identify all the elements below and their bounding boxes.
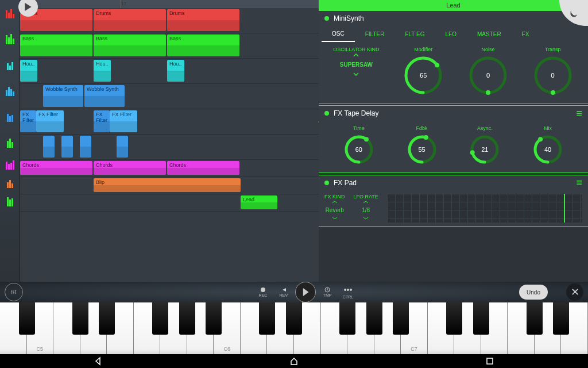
black-key[interactable] bbox=[152, 302, 168, 335]
track-row[interactable]: BassBassBass bbox=[20, 33, 319, 59]
clip[interactable]: Bass bbox=[20, 34, 92, 56]
clip[interactable]: FX Filter bbox=[20, 110, 36, 132]
clip[interactable]: Drums bbox=[167, 9, 239, 31]
tmp-button[interactable]: TMP bbox=[318, 283, 336, 301]
knob-async.[interactable]: 21 bbox=[469, 133, 501, 166]
black-key[interactable] bbox=[339, 302, 355, 335]
track-icon-chords[interactable] bbox=[0, 155, 20, 174]
play-button[interactable] bbox=[295, 282, 316, 302]
tab-master[interactable]: MASTER bbox=[467, 27, 512, 41]
black-key[interactable] bbox=[19, 302, 35, 335]
piano-keyboard[interactable]: C5C6C7 bbox=[0, 302, 588, 354]
knob-modifier[interactable]: 65 bbox=[403, 55, 444, 96]
timeline-ruler[interactable]: 17 bbox=[20, 0, 319, 8]
panel-active-dot-icon[interactable] bbox=[324, 111, 329, 116]
black-key[interactable] bbox=[259, 302, 275, 335]
black-key[interactable] bbox=[473, 302, 489, 335]
track-icon-fxfilter[interactable] bbox=[0, 103, 20, 129]
xy-pad[interactable] bbox=[387, 194, 582, 223]
tab-filter[interactable]: FILTER bbox=[355, 27, 395, 41]
black-key[interactable] bbox=[553, 302, 569, 335]
ctrl-button[interactable]: •••CTRL bbox=[339, 283, 357, 301]
clip[interactable]: Chords bbox=[20, 161, 92, 175]
menu-icon[interactable]: ≡ bbox=[576, 177, 582, 189]
tab-fx[interactable]: FX bbox=[512, 27, 540, 41]
black-key[interactable] bbox=[527, 302, 543, 335]
knob-noise[interactable]: 0 bbox=[467, 55, 509, 96]
knob-time[interactable]: 60 bbox=[343, 133, 375, 166]
track-icon-house[interactable] bbox=[0, 52, 20, 78]
black-key[interactable] bbox=[206, 302, 222, 335]
back-icon[interactable] bbox=[94, 356, 103, 366]
track-row[interactable]: FX FilterFX FilterFX FilterFX Filter bbox=[20, 109, 319, 135]
clip[interactable]: Bass bbox=[167, 34, 239, 56]
clip[interactable]: FX Filter bbox=[36, 110, 64, 132]
chevron-up-icon[interactable] bbox=[353, 53, 359, 57]
home-icon[interactable] bbox=[289, 356, 299, 366]
clip[interactable]: Hou.. bbox=[167, 60, 184, 82]
clip[interactable] bbox=[80, 136, 91, 158]
black-key[interactable] bbox=[446, 302, 462, 335]
panel-active-dot-icon[interactable] bbox=[324, 16, 329, 21]
black-key[interactable] bbox=[179, 302, 195, 335]
track-row[interactable]: Hou..Hou..Hou.. bbox=[20, 59, 319, 84]
clip[interactable]: Chords bbox=[94, 161, 166, 175]
black-key[interactable] bbox=[72, 302, 88, 335]
svg-rect-23 bbox=[487, 358, 493, 364]
clip[interactable]: Hou.. bbox=[20, 60, 37, 82]
track-icon-wobble[interactable] bbox=[0, 78, 20, 103]
black-key[interactable] bbox=[366, 302, 382, 335]
channel-header[interactable]: Lead bbox=[319, 0, 588, 10]
clip[interactable]: FX Filter bbox=[110, 110, 137, 132]
track-icon-lead[interactable] bbox=[0, 192, 20, 210]
fx-kind-selector[interactable]: FX KIND Reverb bbox=[324, 194, 345, 223]
track-icon-blip[interactable] bbox=[0, 174, 20, 192]
clip[interactable] bbox=[61, 136, 73, 158]
position-marker[interactable]: 17 bbox=[121, 0, 121, 8]
tab-lfo[interactable]: LFO bbox=[435, 27, 466, 41]
black-key[interactable] bbox=[286, 302, 302, 335]
clip[interactable]: Wobble Synth bbox=[43, 85, 83, 107]
svg-point-21 bbox=[261, 288, 265, 292]
clip[interactable]: Bass bbox=[94, 34, 166, 56]
clip[interactable]: Hou.. bbox=[94, 60, 111, 82]
track-row[interactable]: DrumsDrumsDrums bbox=[20, 8, 319, 33]
clip[interactable] bbox=[117, 136, 128, 158]
panel-active-dot-icon[interactable] bbox=[324, 181, 329, 185]
track-icon-drums[interactable] bbox=[0, 0, 20, 26]
black-key[interactable] bbox=[393, 302, 409, 335]
recent-icon[interactable] bbox=[485, 356, 494, 366]
rec-button[interactable]: REC bbox=[254, 283, 272, 301]
playlist[interactable]: 17 DrumsDrumsDrumsBassBassBassHou..Hou..… bbox=[20, 0, 319, 282]
track-row[interactable]: Wobble SynthWobble Synth bbox=[20, 84, 319, 109]
clip[interactable]: Chords bbox=[167, 161, 239, 175]
track-row[interactable]: Lead bbox=[20, 194, 319, 212]
rev-button[interactable]: REV bbox=[274, 283, 293, 301]
tab-flt eg[interactable]: FLT EG bbox=[394, 27, 435, 41]
knob-fdbk[interactable]: 55 bbox=[406, 133, 438, 166]
mixer-button[interactable] bbox=[5, 283, 23, 301]
clip[interactable] bbox=[43, 136, 55, 158]
clip[interactable]: Blip bbox=[94, 178, 241, 192]
undo-button[interactable]: Undo bbox=[519, 285, 548, 300]
knob-mix[interactable]: 40 bbox=[532, 133, 564, 166]
track-icon-extra[interactable] bbox=[0, 129, 20, 155]
menu-icon[interactable]: ≡ bbox=[576, 108, 582, 120]
black-key[interactable] bbox=[99, 302, 115, 335]
oscillator-kind-selector[interactable]: OSCILLATOR KIND SUPERSAW bbox=[333, 47, 379, 96]
lfo-rate-selector[interactable]: LFO RATE 1/8 bbox=[354, 194, 378, 223]
track-row[interactable]: ChordsChordsChords bbox=[20, 160, 319, 177]
track-row[interactable] bbox=[20, 135, 319, 160]
tab-osc[interactable]: OSC bbox=[322, 26, 355, 42]
knob-transp[interactable]: 0 bbox=[532, 55, 574, 96]
clip[interactable]: Wobble Synth bbox=[84, 85, 125, 107]
chevron-down-icon[interactable] bbox=[353, 72, 359, 76]
close-button[interactable]: ✕ bbox=[566, 283, 583, 301]
clip[interactable]: FX Filter bbox=[94, 110, 110, 132]
clip[interactable]: Drums bbox=[94, 9, 166, 31]
track-row[interactable]: Blip bbox=[20, 177, 319, 194]
tracks-area[interactable]: DrumsDrumsDrumsBassBassBassHou..Hou..Hou… bbox=[20, 8, 319, 282]
track-icon-bass[interactable] bbox=[0, 26, 20, 52]
clip[interactable]: Lead bbox=[241, 195, 277, 209]
svg-point-20 bbox=[538, 137, 543, 141]
